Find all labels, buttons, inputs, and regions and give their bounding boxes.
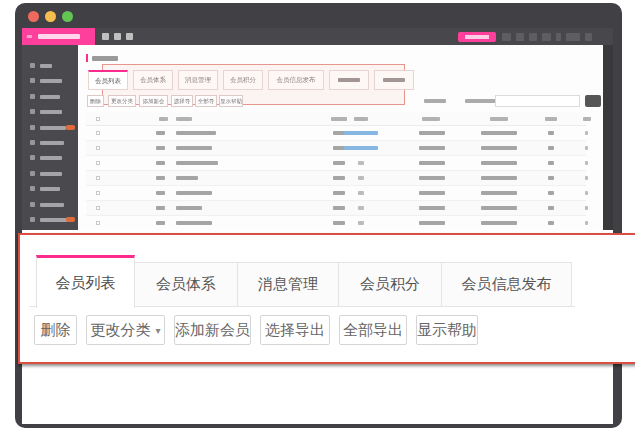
- callout-button[interactable]: 删除: [34, 315, 77, 345]
- mini-sidebar-item-label-blur: [40, 141, 64, 145]
- cell-points-blur: [548, 191, 554, 195]
- cell-date-blur: [419, 131, 445, 135]
- mini-nav-menu-item[interactable]: [542, 33, 551, 41]
- cell-status-blur: [585, 131, 588, 135]
- cell-email-blur: [481, 131, 517, 135]
- admin-mini-screenshot: ≡ 会员列表会员体系消息管理会员积分会员信息发布 删除更改分类添加新会员选择导出…: [22, 28, 613, 230]
- mini-tab[interactable]: [374, 70, 414, 90]
- cell-id-blur: [156, 161, 165, 165]
- mini-sidebar-item-label-blur: [40, 218, 68, 222]
- zoom-window-icon[interactable]: [62, 11, 73, 22]
- callout-button[interactable]: 更改分类▾: [86, 315, 165, 345]
- cell-date-blur: [419, 206, 445, 210]
- mini-toolbar-button[interactable]: 全部导出: [195, 95, 217, 107]
- mini-nav-icon-3[interactable]: [126, 33, 133, 40]
- cell-wechat-none-blur: [358, 161, 364, 165]
- mini-nav-menu-item[interactable]: [529, 33, 537, 41]
- cell-name-blur: [176, 206, 202, 210]
- mini-table-row[interactable]: [86, 126, 586, 141]
- callout-button[interactable]: 全部导出: [339, 315, 407, 345]
- mini-sidebar-item-label-blur: [40, 203, 64, 207]
- row-checkbox[interactable]: [96, 146, 100, 150]
- mini-scrollbar-strip[interactable]: [603, 45, 613, 230]
- mini-nav-menu-item[interactable]: [566, 33, 580, 41]
- mini-search-input[interactable]: [495, 95, 580, 107]
- mini-nav-menu-item[interactable]: [516, 33, 524, 41]
- row-checkbox[interactable]: [96, 161, 100, 165]
- mini-account-button[interactable]: [458, 32, 496, 42]
- cell-name-blur: [176, 221, 212, 225]
- chevron-down-icon: ▾: [155, 325, 160, 336]
- mini-search-button[interactable]: [585, 95, 601, 107]
- callout-tab[interactable]: 会员信息发布: [442, 262, 572, 306]
- mini-toolbar-button[interactable]: 添加新会员: [139, 95, 168, 107]
- mini-nav-menu-item[interactable]: [585, 33, 592, 41]
- callout-toolbar: 删除更改分类▾添加新会员选择导出全部导出显示帮助: [34, 315, 478, 345]
- cell-wechat-none-blur: [358, 176, 364, 180]
- cell-wechat-link-blur[interactable]: [344, 131, 378, 135]
- mini-toolbar-button[interactable]: 删除: [87, 95, 104, 107]
- mini-table-row[interactable]: [86, 201, 586, 216]
- mini-table-row[interactable]: [86, 141, 586, 156]
- callout-tab[interactable]: 消息管理: [238, 262, 339, 306]
- mini-tab[interactable]: 消息管理: [178, 70, 218, 90]
- minimize-window-icon[interactable]: [45, 11, 56, 22]
- mini-sidebar-item-icon: [30, 155, 35, 160]
- mini-tab[interactable]: 会员积分: [223, 70, 263, 90]
- mini-table-row[interactable]: [86, 186, 586, 201]
- callout-button[interactable]: 添加新会员: [174, 315, 251, 345]
- mini-toolbar-button[interactable]: 更改分类: [108, 95, 136, 107]
- mini-nav-menu-item[interactable]: [502, 33, 511, 41]
- mini-sidebar-item-icon: [30, 217, 35, 222]
- cell-id-blur: [156, 176, 165, 180]
- mini-tab[interactable]: 会员列表: [88, 70, 128, 90]
- callout-button[interactable]: 显示帮助: [416, 315, 478, 345]
- cell-wechat-none-blur: [358, 221, 364, 225]
- mini-table-row[interactable]: [86, 171, 586, 186]
- mini-nav-menu-item[interactable]: [556, 33, 561, 41]
- mini-sidebar-item-icon: [30, 186, 35, 191]
- mini-sidebar-item-label-blur: [40, 126, 66, 130]
- callout-button-label: 全部导出: [343, 321, 403, 340]
- cell-date-blur: [419, 176, 445, 180]
- callout-tab-active[interactable]: 会员列表: [36, 255, 135, 308]
- row-checkbox[interactable]: [96, 206, 100, 210]
- mini-toolbar-button[interactable]: 显示帮助: [219, 95, 243, 107]
- mini-sidebar-item-label-blur: [40, 187, 60, 191]
- cell-points-blur: [548, 221, 554, 225]
- callout-button-label: 添加新会员: [175, 321, 250, 340]
- mini-tab[interactable]: [329, 70, 369, 90]
- mini-toolbar-button[interactable]: 选择导出: [171, 95, 193, 107]
- mini-sidebar-item-icon: [30, 125, 35, 130]
- mini-sidebar-item-icon: [30, 63, 35, 68]
- cell-status-blur: [585, 191, 588, 195]
- mini-sidebar-item-label-blur: [40, 172, 62, 176]
- mini-sidebar-item-label-blur: [40, 64, 52, 68]
- cell-wechat-link-blur[interactable]: [344, 146, 378, 150]
- hamburger-icon[interactable]: ≡: [26, 32, 33, 41]
- callout-tab[interactable]: 会员体系: [135, 262, 238, 306]
- mini-tab[interactable]: 会员信息发布: [268, 70, 324, 90]
- mini-page-title-blur: [92, 56, 118, 61]
- mini-top-navbar: ≡: [22, 28, 613, 45]
- row-checkbox[interactable]: [96, 131, 100, 135]
- mini-nav-icon-1[interactable]: [102, 33, 109, 40]
- row-checkbox[interactable]: [96, 221, 100, 225]
- mini-tab[interactable]: 会员体系: [133, 70, 173, 90]
- mini-table-row[interactable]: [86, 156, 586, 171]
- select-all-checkbox[interactable]: [96, 117, 100, 121]
- callout-tab[interactable]: 会员积分: [339, 262, 442, 306]
- row-checkbox[interactable]: [96, 191, 100, 195]
- cell-name-blur: [176, 191, 212, 195]
- close-window-icon[interactable]: [28, 11, 39, 22]
- cell-date-blur: [419, 191, 445, 195]
- cell-points-blur: [548, 131, 554, 135]
- notification-badge: [66, 125, 75, 130]
- mini-column-header-blur: [176, 117, 192, 121]
- row-checkbox[interactable]: [96, 176, 100, 180]
- mini-table-row[interactable]: [86, 216, 586, 230]
- cell-date-blur: [419, 146, 445, 150]
- mini-nav-icon-2[interactable]: [114, 33, 121, 40]
- callout-button[interactable]: 选择导出: [260, 315, 330, 345]
- cell-email-blur: [481, 146, 517, 150]
